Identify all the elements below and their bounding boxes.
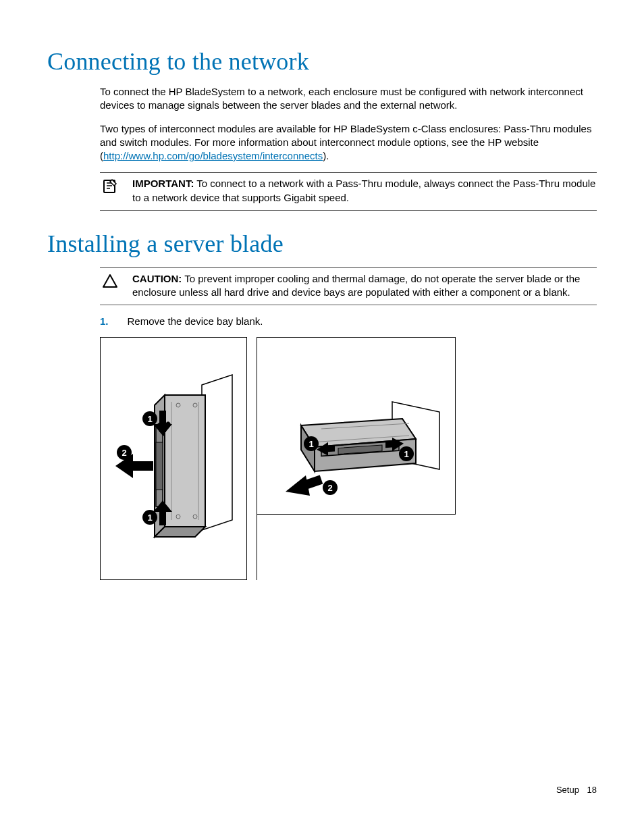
- svg-rect-1: [165, 395, 205, 527]
- figure-row: 1 1 2: [100, 337, 597, 580]
- para-intro-1: To connect the HP BladeSystem to a netwo…: [100, 85, 597, 113]
- page-footer: Setup 18: [556, 785, 597, 795]
- figure-vertical-blade: 1 1 2: [100, 337, 247, 580]
- svg-text:1: 1: [308, 439, 313, 449]
- svg-rect-3: [156, 442, 163, 490]
- svg-text:2: 2: [122, 448, 126, 458]
- svg-text:1: 1: [404, 449, 408, 459]
- important-text: To connect to a network with a Pass-Thru…: [132, 178, 595, 203]
- caution-label: CAUTION:: [132, 273, 182, 284]
- step-1-number: 1.: [100, 315, 109, 328]
- caution-icon: [100, 272, 120, 288]
- important-icon: [100, 177, 120, 194]
- figure-horizontal-blade: 1 1 2: [257, 337, 456, 580]
- step-1: 1. Remove the device bay blank.: [100, 315, 597, 328]
- heading-connecting: Connecting to the network: [47, 47, 597, 76]
- svg-text:1: 1: [147, 414, 152, 424]
- footer-section: Setup: [556, 785, 579, 795]
- step-1-text: Remove the device bay blank.: [128, 315, 263, 328]
- svg-text:1: 1: [147, 513, 152, 523]
- heading-installing: Installing a server blade: [47, 230, 597, 258]
- interconnects-link[interactable]: http://www.hp.com/go/bladesystem/interco…: [103, 150, 323, 161]
- caution-callout: CAUTION: To prevent improper cooling and…: [100, 267, 597, 306]
- caution-body: CAUTION: To prevent improper cooling and…: [132, 272, 597, 300]
- important-body: IMPORTANT: To connect to a network with …: [132, 177, 597, 205]
- important-callout: IMPORTANT: To connect to a network with …: [100, 172, 597, 211]
- para2-post: ).: [323, 150, 329, 161]
- svg-text:2: 2: [327, 483, 332, 493]
- footer-page-number: 18: [587, 785, 597, 795]
- caution-text: To prevent improper cooling and thermal …: [132, 273, 580, 298]
- para-intro-2: Two types of interconnect modules are av…: [100, 122, 597, 163]
- important-label: IMPORTANT:: [132, 178, 194, 189]
